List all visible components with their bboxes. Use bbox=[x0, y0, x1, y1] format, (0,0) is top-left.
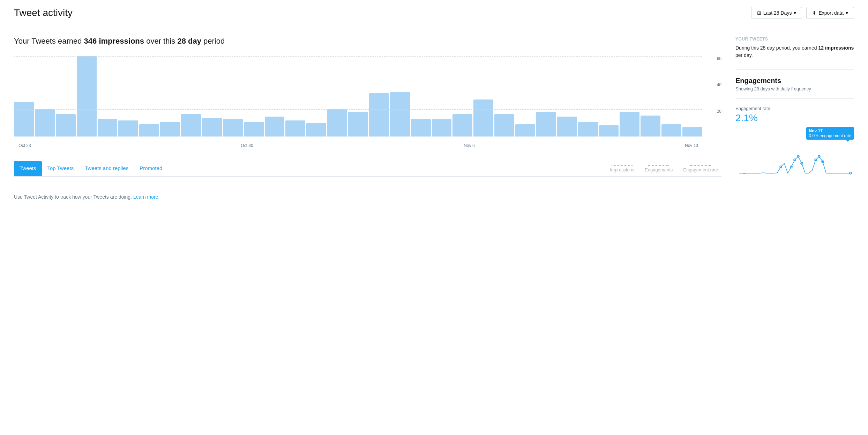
bar-8 bbox=[181, 114, 201, 137]
tooltip-value: 0.0% engagement rate bbox=[809, 133, 851, 138]
engagement-tooltip: Nov 17 0.0% engagement rate bbox=[806, 127, 854, 140]
download-icon: ⬇ bbox=[812, 10, 816, 16]
legend-engagement-rate: Engagement rate bbox=[683, 165, 718, 172]
tab-tweets-and-replies[interactable]: Tweets and replies bbox=[79, 161, 134, 176]
engagements-subtitle: Showing 28 days with daily frequency bbox=[735, 86, 854, 91]
bar-25 bbox=[536, 112, 556, 137]
bar-16 bbox=[348, 112, 368, 137]
bar-0 bbox=[14, 102, 34, 137]
bar-12 bbox=[265, 117, 285, 137]
chevron-down-icon: ▾ bbox=[794, 10, 796, 16]
tab-promoted[interactable]: Promoted bbox=[134, 161, 168, 176]
bar-22 bbox=[473, 99, 493, 137]
your-tweets-label: YOUR TWEETS bbox=[735, 37, 854, 42]
empty-state-text: Use Tweet Activity to track how your Twe… bbox=[14, 194, 133, 200]
headline-suffix: period bbox=[201, 37, 225, 45]
export-label: Export data bbox=[818, 10, 844, 16]
bar-29 bbox=[620, 112, 639, 137]
bar-18 bbox=[390, 92, 410, 137]
right-panel: YOUR TWEETS During this 28 day period, y… bbox=[735, 37, 854, 217]
legend-engagement-rate-line bbox=[690, 165, 711, 166]
bar-13 bbox=[285, 120, 305, 137]
x-label-oct23: Oct 23 bbox=[14, 139, 36, 148]
legend-engagements: Engagements bbox=[645, 165, 673, 172]
page-title: Tweet activity bbox=[14, 7, 73, 19]
legend-impressions-line bbox=[612, 165, 633, 166]
bar-9 bbox=[202, 118, 222, 137]
date-range-label: Last 28 Days bbox=[763, 10, 792, 16]
bar-1 bbox=[35, 109, 55, 137]
engagement-rate-value: 2.1% bbox=[735, 112, 854, 124]
bar-28 bbox=[599, 125, 619, 137]
engagements-title: Engagements bbox=[735, 77, 854, 85]
y-label-20: 20 bbox=[717, 109, 721, 114]
bar-30 bbox=[641, 116, 660, 137]
bar-19 bbox=[411, 119, 431, 137]
impressions-chart: 60 40 20 bbox=[14, 56, 721, 154]
headline-prefix: Your Tweets earned bbox=[14, 37, 84, 45]
main-content: Your Tweets earned 346 impressions over … bbox=[0, 26, 868, 217]
your-tweets-description: During this 28 day period, you earned 12… bbox=[735, 44, 854, 59]
bar-21 bbox=[452, 114, 472, 137]
calendar-icon: ⊞ bbox=[757, 10, 761, 16]
bar-7 bbox=[160, 122, 180, 137]
bar-20 bbox=[432, 119, 452, 137]
x-axis-labels: Oct 23 Oct 30 Nov 6 bbox=[14, 137, 721, 148]
tab-top-tweets[interactable]: Top Tweets bbox=[42, 161, 80, 176]
y-label-40: 40 bbox=[717, 82, 721, 87]
page-header: Tweet activity ⊞ Last 28 Days ▾ ⬇ Export… bbox=[0, 0, 868, 26]
bar-14 bbox=[306, 123, 326, 137]
bar-23 bbox=[494, 114, 514, 137]
bar-2 bbox=[56, 114, 76, 137]
chart-legend: Impressions Engagements Engagement rate bbox=[610, 165, 721, 172]
headline-middle: over this bbox=[144, 37, 177, 45]
legend-engagements-line bbox=[648, 165, 669, 166]
empty-state: Use Tweet Activity to track how your Twe… bbox=[14, 177, 721, 217]
bar-17 bbox=[369, 93, 389, 137]
bar-32 bbox=[682, 127, 702, 137]
legend-engagement-rate-label: Engagement rate bbox=[683, 167, 718, 172]
tabs-row: Tweets Top Tweets Tweets and replies Pro… bbox=[14, 161, 721, 177]
bar-26 bbox=[557, 117, 577, 137]
impressions-headline: Your Tweets earned 346 impressions over … bbox=[14, 37, 721, 46]
bar-11 bbox=[244, 122, 264, 137]
x-label-nov6: Nov 6 bbox=[458, 139, 480, 148]
date-range-button[interactable]: ⊞ Last 28 Days ▾ bbox=[751, 7, 802, 19]
divider-2 bbox=[735, 98, 854, 99]
bar-31 bbox=[661, 124, 681, 137]
x-label-nov13: Nov 13 bbox=[681, 139, 702, 148]
header-actions: ⊞ Last 28 Days ▾ ⬇ Export data ▾ bbox=[751, 7, 854, 19]
bar-27 bbox=[578, 122, 598, 137]
bar-24 bbox=[515, 124, 535, 137]
x-label-oct30: Oct 30 bbox=[236, 139, 258, 148]
tab-tweets[interactable]: Tweets bbox=[14, 161, 42, 176]
legend-engagements-label: Engagements bbox=[645, 167, 673, 172]
y-axis-labels: 60 40 20 bbox=[702, 56, 721, 137]
engagement-rate-label: Engagement rate bbox=[735, 106, 854, 111]
tooltip-date: Nov 17 bbox=[809, 128, 851, 133]
your-tweets-section: YOUR TWEETS During this 28 day period, y… bbox=[735, 37, 854, 59]
engagements-section: Engagements Showing 28 days with daily f… bbox=[735, 77, 854, 178]
bar-5 bbox=[118, 120, 138, 137]
mini-line-chart bbox=[735, 146, 854, 177]
bar-4 bbox=[98, 119, 118, 137]
y-label-60: 60 bbox=[717, 56, 721, 61]
legend-impressions: Impressions bbox=[610, 165, 634, 172]
bars-container bbox=[14, 56, 702, 137]
bar-3 bbox=[77, 56, 97, 137]
legend-impressions-label: Impressions bbox=[610, 167, 634, 172]
bar-10 bbox=[223, 119, 243, 137]
impressions-count: 346 impressions bbox=[84, 37, 144, 45]
learn-more-link[interactable]: Learn more. bbox=[133, 194, 159, 200]
left-panel: Your Tweets earned 346 impressions over … bbox=[14, 37, 721, 217]
tooltip-container: Nov 17 0.0% engagement rate bbox=[735, 127, 854, 138]
per-day-count: 12 impressions bbox=[818, 45, 854, 51]
bar-15 bbox=[327, 109, 347, 137]
divider bbox=[735, 69, 854, 70]
export-button[interactable]: ⬇ Export data ▾ bbox=[806, 7, 854, 19]
days-count: 28 day bbox=[177, 37, 201, 45]
chevron-down-icon-2: ▾ bbox=[846, 10, 848, 16]
bar-6 bbox=[139, 124, 159, 137]
